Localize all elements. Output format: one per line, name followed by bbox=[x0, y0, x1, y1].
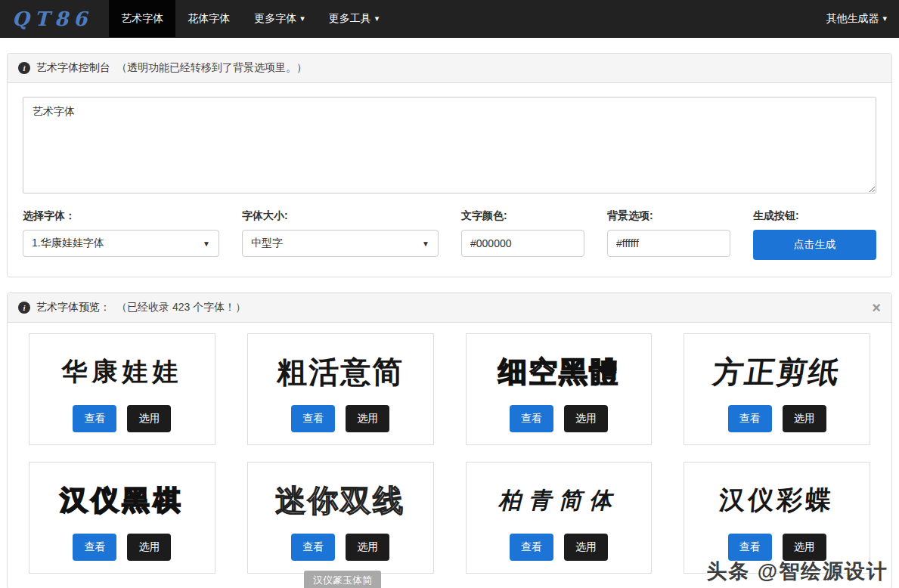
background-option-input[interactable] bbox=[607, 230, 730, 257]
view-font-button[interactable]: 查看 bbox=[291, 534, 335, 561]
nav-item-art-font[interactable]: 艺术字体 bbox=[109, 0, 175, 37]
text-color-group: 文字颜色: bbox=[461, 209, 584, 260]
console-panel-title: 艺术字体控制台 bbox=[36, 61, 110, 75]
background-option-group: 背景选项: bbox=[607, 209, 730, 260]
size-select[interactable]: 中型字 ▼ bbox=[242, 230, 439, 257]
size-select-value: 中型字 bbox=[251, 237, 283, 250]
size-select-group: 字体大小: 中型字 ▼ bbox=[242, 209, 439, 260]
font-preview-text: 方正剪纸 bbox=[687, 345, 867, 399]
generate-group: 生成按钮: 点击生成 bbox=[753, 209, 876, 260]
view-font-button[interactable]: 查看 bbox=[728, 405, 772, 432]
font-preview-text: 汉仪彩蝶 bbox=[689, 473, 866, 528]
watermark: 头条 @智绘源设计 bbox=[706, 558, 888, 585]
nav-item-more-tools[interactable]: 更多工具 ▾ bbox=[317, 0, 392, 37]
font-preview-text: 华康娃娃 bbox=[36, 345, 209, 399]
view-font-button[interactable]: 查看 bbox=[291, 405, 335, 432]
console-panel-header: i 艺术字体控制台 （透明功能已经转移到了背景选项里。） bbox=[8, 54, 891, 83]
font-select[interactable]: 1.华康娃娃字体 ▼ bbox=[23, 230, 219, 257]
use-font-button[interactable]: 选用 bbox=[783, 534, 826, 561]
preview-panel-header: i 艺术字体预览： （已经收录 423 个字体！） × bbox=[8, 293, 891, 323]
font-card: 细空黑體 查看 选用 bbox=[466, 333, 653, 445]
close-icon[interactable]: × bbox=[872, 302, 881, 313]
font-preview-text: 粗活意简 bbox=[254, 345, 427, 399]
console-panel-subtitle: （透明功能已经转移到了背景选项里。） bbox=[116, 61, 307, 75]
font-card: 汉仪黑棋 查看 选用 bbox=[29, 462, 215, 574]
select-caret-icon: ▼ bbox=[422, 240, 429, 248]
use-font-button[interactable]: 选用 bbox=[127, 534, 171, 561]
size-select-label: 字体大小: bbox=[242, 209, 439, 223]
console-form-row: 选择字体： 1.华康娃娃字体 ▼ 字体大小: 中型字 ▼ 文字颜色: 背景选项: bbox=[23, 209, 876, 260]
text-color-label: 文字颜色: bbox=[461, 209, 584, 223]
use-font-button[interactable]: 选用 bbox=[564, 534, 608, 561]
nav-item-more-fonts[interactable]: 更多字体 ▾ bbox=[242, 0, 317, 37]
font-preview-text: 汉仪黑棋 bbox=[36, 473, 209, 528]
nav-item-label: 更多工具 bbox=[329, 12, 371, 26]
caret-down-icon: ▾ bbox=[300, 14, 305, 23]
text-color-input[interactable] bbox=[461, 230, 584, 257]
font-card: 迷你双线 查看 选用 bbox=[247, 462, 434, 574]
font-select-label: 选择字体： bbox=[23, 209, 219, 223]
caret-down-icon: ▾ bbox=[375, 14, 380, 23]
use-font-button[interactable]: 选用 bbox=[783, 405, 826, 432]
art-text-input[interactable]: 艺术字体 bbox=[23, 97, 876, 193]
art-font-console-panel: i 艺术字体控制台 （透明功能已经转移到了背景选项里。） 艺术字体 选择字体： … bbox=[7, 53, 892, 277]
font-preview-text: 柏青简体 bbox=[473, 473, 646, 528]
caret-down-icon: ▾ bbox=[882, 14, 887, 23]
nav-item-label: 花体字体 bbox=[188, 12, 230, 26]
view-font-button[interactable]: 查看 bbox=[728, 534, 772, 561]
font-card: 柏青简体 查看 选用 bbox=[466, 462, 653, 574]
nav-item-other-generators[interactable]: 其他生成器 ▾ bbox=[814, 0, 899, 37]
font-card: 粗活意简 查看 选用 bbox=[247, 333, 434, 445]
use-font-button[interactable]: 选用 bbox=[564, 405, 608, 432]
top-navbar: QT86 艺术字体 花体字体 更多字体 ▾ 更多工具 ▾ 其他生成器 ▾ bbox=[0, 0, 899, 38]
use-font-button[interactable]: 选用 bbox=[127, 405, 171, 432]
nav-item-flower-font[interactable]: 花体字体 bbox=[175, 0, 242, 37]
font-card: 华康娃娃 查看 选用 bbox=[29, 333, 215, 445]
use-font-button[interactable]: 选用 bbox=[346, 534, 389, 561]
font-card: 方正剪纸 查看 选用 bbox=[684, 333, 870, 445]
brand-logo[interactable]: QT86 bbox=[0, 0, 109, 37]
font-name-tooltip: 汉仪篆玉体简 bbox=[304, 571, 381, 588]
font-preview-text: 迷你双线 bbox=[254, 473, 427, 528]
info-icon: i bbox=[18, 62, 30, 74]
font-card-grid: 华康娃娃 查看 选用 粗活意简 查看 选用 细空黑體 查看 选用 方正剪纸 查看 bbox=[8, 323, 891, 588]
font-preview-text: 细空黑體 bbox=[473, 345, 646, 399]
preview-panel-title: 艺术字体预览： bbox=[36, 301, 110, 314]
view-font-button[interactable]: 查看 bbox=[510, 534, 553, 561]
font-select-group: 选择字体： 1.华康娃娃字体 ▼ bbox=[23, 209, 219, 260]
art-font-preview-panel: i 艺术字体预览： （已经收录 423 个字体！） × 华康娃娃 查看 选用 粗… bbox=[7, 292, 892, 588]
generate-label: 生成按钮: bbox=[753, 209, 876, 223]
font-select-value: 1.华康娃娃字体 bbox=[32, 237, 104, 250]
nav-item-label: 更多字体 bbox=[254, 12, 296, 26]
background-option-label: 背景选项: bbox=[607, 209, 730, 223]
info-icon: i bbox=[18, 302, 30, 314]
view-font-button[interactable]: 查看 bbox=[510, 405, 553, 432]
nav-item-label: 艺术字体 bbox=[121, 12, 163, 26]
nav-item-label: 其他生成器 bbox=[826, 12, 879, 26]
select-caret-icon: ▼ bbox=[203, 240, 210, 248]
use-font-button[interactable]: 选用 bbox=[346, 405, 389, 432]
font-card: 汉仪彩蝶 查看 选用 bbox=[684, 462, 870, 574]
preview-panel-subtitle: （已经收录 423 个字体！） bbox=[116, 301, 246, 314]
view-font-button[interactable]: 查看 bbox=[73, 534, 116, 561]
view-font-button[interactable]: 查看 bbox=[73, 405, 116, 432]
console-panel-body: 艺术字体 选择字体： 1.华康娃娃字体 ▼ 字体大小: 中型字 ▼ 文字颜色: bbox=[8, 83, 891, 277]
generate-button[interactable]: 点击生成 bbox=[753, 230, 876, 260]
